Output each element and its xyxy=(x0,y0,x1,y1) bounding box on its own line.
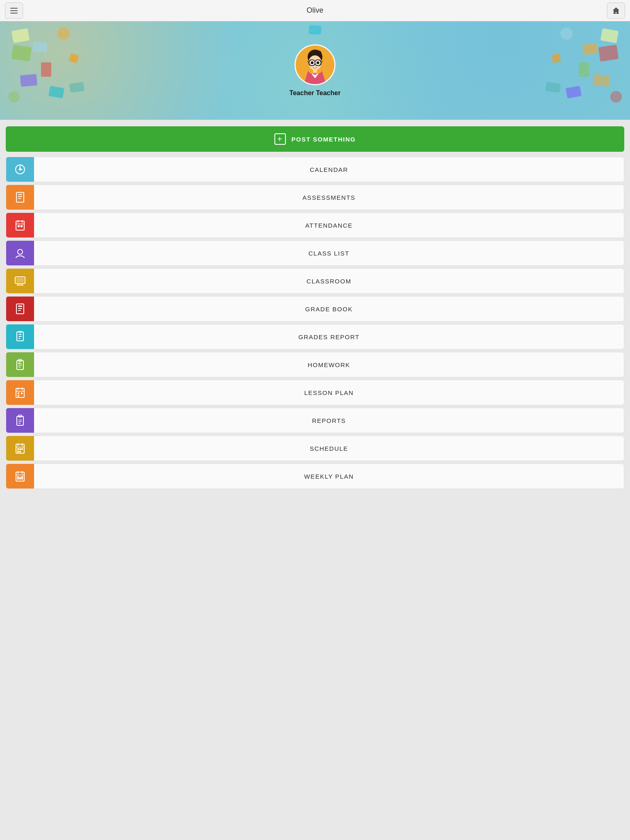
svg-rect-25 xyxy=(16,221,24,230)
profile-banner: Teacher Teacher xyxy=(0,21,630,120)
grades-report-label: GRADES REPORT xyxy=(34,324,624,349)
weekly-plan-icon xyxy=(6,464,34,488)
classroom-icon xyxy=(6,269,34,293)
svg-rect-77 xyxy=(17,476,19,479)
svg-line-14 xyxy=(307,62,309,62)
svg-rect-57 xyxy=(21,393,23,394)
grade-book-icon xyxy=(6,297,34,321)
classroom-label: CLASSROOM xyxy=(34,269,624,293)
svg-rect-43 xyxy=(18,334,22,335)
menu-button[interactable] xyxy=(5,2,23,19)
menu-list: + POST SOMETHING CALENDAR xyxy=(6,126,624,489)
svg-rect-56 xyxy=(18,393,19,394)
grade-book-label: GRADE BOOK xyxy=(34,297,624,321)
homework-icon xyxy=(6,352,34,377)
svg-rect-79 xyxy=(21,476,23,479)
svg-rect-46 xyxy=(18,331,22,333)
menu-item-assessments[interactable]: ASSESSMENTS xyxy=(6,185,624,210)
attendance-icon xyxy=(6,213,34,237)
post-something-label: POST SOMETHING xyxy=(292,136,356,143)
lesson-plan-icon xyxy=(6,380,34,405)
reports-icon xyxy=(6,408,34,433)
home-button[interactable] xyxy=(607,2,625,19)
menu-item-schedule[interactable]: SCHEDULE xyxy=(6,436,624,461)
svg-rect-16 xyxy=(313,69,317,73)
lesson-plan-label: LESSON PLAN xyxy=(34,380,624,405)
calendar-icon xyxy=(6,157,34,182)
svg-rect-30 xyxy=(21,225,23,227)
post-plus-icon: + xyxy=(274,133,286,145)
svg-rect-52 xyxy=(16,388,24,397)
menu-item-class-list[interactable]: CLASS LIST xyxy=(6,240,624,266)
menu-item-grade-book[interactable]: GRADE BOOK xyxy=(6,296,624,322)
svg-rect-2 xyxy=(10,13,18,14)
menu-item-weekly-plan[interactable]: WEEKLY PLAN xyxy=(6,463,624,489)
menu-item-classroom[interactable]: CLASSROOM xyxy=(6,268,624,294)
svg-rect-22 xyxy=(18,194,22,195)
menu-item-attendance[interactable]: ATTENDANCE xyxy=(6,212,624,238)
svg-rect-24 xyxy=(18,198,21,199)
homework-label: HOMEWORK xyxy=(34,352,624,377)
svg-point-10 xyxy=(317,62,320,64)
menu-item-homework[interactable]: HOMEWORK xyxy=(6,352,624,377)
svg-rect-39 xyxy=(18,308,22,309)
svg-rect-29 xyxy=(18,225,20,227)
svg-rect-40 xyxy=(18,310,21,311)
svg-rect-70 xyxy=(21,448,23,450)
attendance-label: ATTENDANCE xyxy=(34,213,624,237)
reports-label: REPORTS xyxy=(34,408,624,433)
post-something-button[interactable]: + POST SOMETHING xyxy=(6,126,624,152)
svg-rect-44 xyxy=(18,336,22,337)
avatar xyxy=(294,44,336,85)
class-list-icon xyxy=(6,241,34,265)
schedule-icon xyxy=(6,436,34,461)
svg-point-31 xyxy=(18,249,23,254)
svg-rect-78 xyxy=(19,477,21,479)
class-list-label: CLASS LIST xyxy=(34,241,624,265)
main-content: + POST SOMETHING CALENDAR xyxy=(0,120,630,495)
svg-rect-59 xyxy=(17,416,23,425)
app-title: Olive xyxy=(306,6,323,15)
svg-rect-1 xyxy=(10,10,18,11)
svg-rect-58 xyxy=(18,395,19,397)
calendar-label: CALENDAR xyxy=(34,157,624,182)
svg-rect-47 xyxy=(17,361,23,370)
svg-line-15 xyxy=(321,62,323,62)
assessments-label: ASSESSMENTS xyxy=(34,185,624,210)
menu-item-grades-report[interactable]: GRADES REPORT xyxy=(6,324,624,349)
schedule-label: SCHEDULE xyxy=(34,436,624,461)
profile-name: Teacher Teacher xyxy=(290,89,341,97)
menu-item-reports[interactable]: REPORTS xyxy=(6,408,624,433)
svg-rect-69 xyxy=(19,448,21,450)
menu-item-calendar[interactable]: CALENDAR xyxy=(6,157,624,182)
svg-rect-71 xyxy=(17,451,19,452)
svg-rect-72 xyxy=(19,451,21,452)
svg-rect-45 xyxy=(18,338,21,339)
weekly-plan-label: WEEKLY PLAN xyxy=(34,464,624,488)
svg-point-9 xyxy=(311,62,314,64)
svg-rect-33 xyxy=(16,278,24,282)
svg-rect-23 xyxy=(18,196,22,197)
top-bar: Olive xyxy=(0,0,630,21)
svg-rect-21 xyxy=(16,192,24,202)
svg-rect-68 xyxy=(17,448,19,450)
assessments-icon xyxy=(6,185,34,210)
svg-rect-0 xyxy=(10,8,18,9)
svg-rect-38 xyxy=(18,306,22,307)
grades-report-icon xyxy=(6,324,34,349)
menu-item-lesson-plan[interactable]: LESSON PLAN xyxy=(6,380,624,405)
